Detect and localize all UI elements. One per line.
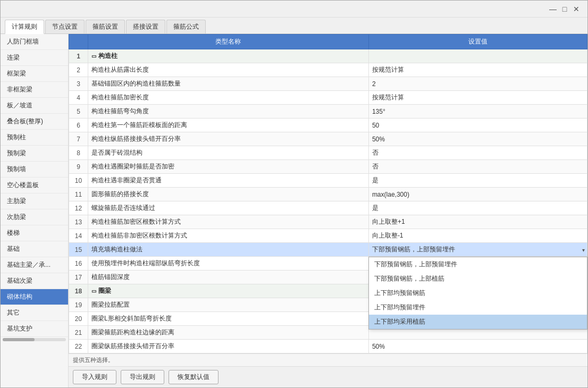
table-row[interactable]: 3基础锚固区内的构造柱箍筋数量2 [69,77,587,91]
row-num-4: 5 [69,105,88,119]
sidebar-item-11[interactable]: 次肋梁 [1,209,68,225]
minimize-button[interactable]: — [548,5,558,13]
sidebar-item-1[interactable]: 连梁 [1,50,68,66]
sidebar-item-15[interactable]: 基础次梁 [1,273,68,289]
row-name-10: 圆形箍筋的搭接长度 [88,188,369,201]
row-val-3: 按规范计算 [368,91,587,105]
row-name-20: 圈梁箍筋距构造柱边缘的距离 [88,326,369,340]
dropdown-arrow-icon: ▾ [582,247,585,252]
dropdown-option-0[interactable]: 下部预留钢筋，上部预留埋件 [369,257,586,272]
footer-btn-0[interactable]: 导入规则 [73,370,116,384]
tab-2[interactable]: 箍筋设置 [86,20,125,33]
row-val-14[interactable]: 下部预留钢筋，上部预留埋件▾ [368,243,587,257]
row-val-9: 是 [368,174,587,188]
row-num-20: 21 [69,326,88,340]
row-num-18: 19 [69,298,88,312]
sidebar-item-13[interactable]: 基础 [1,241,68,257]
sidebar-item-3[interactable]: 非框架梁 [1,82,68,98]
row-name-8: 构造柱遇圈梁时箍筋是否加密 [88,160,369,174]
table-row[interactable]: 10构造柱遇非圈梁是否贯通是 [69,174,587,188]
sidebar-item-0[interactable]: 人防门框墙 [1,34,68,50]
row-name-11: 螺旋箍筋是否连续通过 [88,201,369,215]
row-num-12: 13 [69,215,88,229]
sidebar-item-14[interactable]: 基础主梁／承... [1,257,68,273]
dropdown-option-4[interactable]: 上下部均采用植筋 [369,315,586,329]
row-name-2: 基础锚固区内的构造柱箍筋数量 [88,77,369,91]
row-section-name-17: ▭圈梁 [88,284,369,298]
sidebar-item-7[interactable]: 预制梁 [1,146,68,162]
row-name-18: 圈梁拉筋配置 [88,298,369,312]
table-row[interactable]: 14构造柱箍筋非加密区根数计算方式向上取整-1 [69,229,587,243]
row-num-3: 4 [69,91,88,105]
footer-buttons: 导入规则导出规则恢复默认值 [69,366,587,387]
table-container[interactable]: 类型名称 设置值 1▭构造柱2构造柱从筋露出长度按规范计算3基础锚固区内的构造柱… [69,34,587,353]
footer-hint: 提供五种选择。 [69,353,587,366]
row-name-9: 构造柱遇非圈梁是否贯通 [88,174,369,188]
table-row[interactable]: 1▭构造柱 [69,49,587,63]
table-row[interactable]: 22圈梁纵筋搭接接头错开百分率50% [69,340,587,353]
titlebar-controls: — □ ✕ [548,5,581,13]
row-num-14: 15 [69,243,88,257]
maximize-button[interactable]: □ [560,5,569,13]
sidebar-item-17[interactable]: 其它 [1,305,68,321]
row-val-4: 135° [368,105,587,119]
row-name-12: 构造柱箍筋加密区根数计算方式 [88,215,369,229]
table-row[interactable]: 12螺旋箍筋是否连续通过是 [69,201,587,215]
section-toggle-icon[interactable]: ▭ [91,53,96,59]
table-row[interactable]: 7构造柱纵筋搭接接头错开百分率50% [69,132,587,146]
sidebar-item-10[interactable]: 主肋梁 [1,193,68,209]
tab-3[interactable]: 搭接设置 [126,20,165,33]
sidebar-item-5[interactable]: 叠合板(整厚) [1,114,68,130]
footer-btn-1[interactable]: 导出规则 [121,370,164,384]
row-num-11: 12 [69,201,88,215]
row-num-8: 9 [69,160,88,174]
sidebar-item-9[interactable]: 空心楼盖板 [1,178,68,193]
row-name-7: 是否属于砖混结构 [88,146,369,160]
row-num-17: 18 [69,284,88,298]
section-toggle-icon[interactable]: ▭ [91,288,96,294]
sidebar-item-2[interactable]: 框架梁 [1,66,68,82]
footer-btn-2[interactable]: 恢复默认值 [169,370,219,384]
table-row[interactable]: 2构造柱从筋露出长度按规范计算 [69,63,587,77]
row-val-22: 135° [368,353,587,354]
col-header-name: 类型名称 [88,35,369,49]
row-name-3: 构造柱箍筋加密长度 [88,91,369,105]
table-row[interactable]: 4构造柱箍筋加密长度按规范计算 [69,91,587,105]
table-row[interactable]: 13构造柱箍筋加密区根数计算方式向上取整+1 [69,215,587,229]
row-section-name-0: ▭构造柱 [88,49,369,63]
sidebar-item-18[interactable]: 基坑支护 [1,321,68,337]
table-row[interactable]: 11圆形箍筋的搭接长度max(lae,300) [69,188,587,201]
table-row[interactable]: 9构造柱遇圈梁时箍筋是否加密否 [69,160,587,174]
sidebar-item-12[interactable]: 楼梯 [1,225,68,241]
row-val-8: 否 [368,160,587,174]
row-val-11: 是 [368,201,587,215]
row-num-16: 17 [69,271,88,284]
row-val-21: 50% [368,340,587,353]
row-name-19: 圈梁L形相交斜加筋弯折长度 [88,312,369,326]
sidebar-item-4[interactable]: 板／坡道 [1,98,68,114]
dropdown-option-1[interactable]: 下部预留钢筋，上部植筋 [369,272,586,286]
row-val-2: 2 [368,77,587,91]
table-row[interactable]: 15填充墙构造柱做法下部预留钢筋，上部预留埋件▾ [69,243,587,257]
dropdown-option-3[interactable]: 上下部均预留埋件 [369,300,586,315]
row-name-15: 使用预埋件时构造柱端部纵筋弯折长度 [88,257,369,271]
row-num-0: 1 [69,49,88,63]
tab-0[interactable]: 计算规则 [5,20,44,34]
tab-4[interactable]: 箍筋公式 [166,20,206,33]
table-row[interactable]: 6构造柱第一个箍筋距模板面的距离50 [69,119,587,132]
row-val-5: 50 [368,119,587,132]
table-row[interactable]: 5构造柱箍筋弯勾角度135° [69,105,587,119]
dropdown-option-2[interactable]: 上下部均预留钢筋 [369,286,586,300]
row-num-9: 10 [69,174,88,188]
main-table-area: 类型名称 设置值 1▭构造柱2构造柱从筋露出长度按规范计算3基础锚固区内的构造柱… [69,34,587,387]
tab-1[interactable]: 节点设置 [45,20,85,33]
close-button[interactable]: ✕ [572,5,581,13]
sidebar-item-6[interactable]: 预制柱 [1,130,68,146]
row-num-6: 7 [69,132,88,146]
row-val-13: 向上取整-1 [368,229,587,243]
table-row[interactable]: 8是否属于砖混结构否 [69,146,587,160]
tab-bar: 计算规则节点设置箍筋设置搭接设置箍筋公式 [1,18,587,34]
sidebar-item-8[interactable]: 预制墙 [1,162,68,178]
sidebar-item-16[interactable]: 砌体结构 [1,289,68,305]
row-val-0 [368,49,587,63]
